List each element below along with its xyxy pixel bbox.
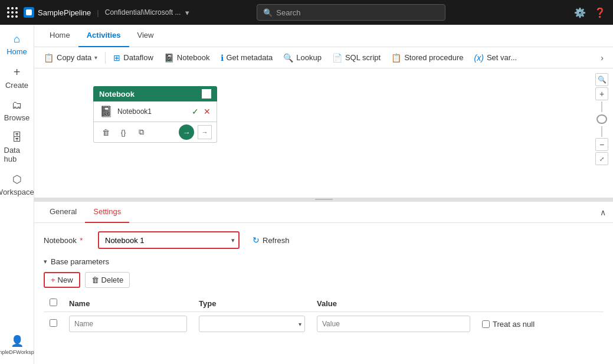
pipeline-canvas: Notebook ⤡ 📓 Notebook1 ✓ ✕ 🗑 {} ⧉ → → <box>34 68 613 198</box>
search-bar[interactable]: 🔍 <box>257 4 445 21</box>
settings-button[interactable]: ⚙️ <box>574 7 586 18</box>
sidebar-item-home[interactable]: ⌂ Home <box>2 29 32 60</box>
toolbar-set-variable[interactable]: (x) Set var... <box>470 51 522 65</box>
toolbar-stored-procedure[interactable]: 📋 Stored procedure <box>386 51 468 65</box>
nav-tabs: Home Activities View <box>34 25 613 47</box>
col-header-name: Name <box>63 295 193 312</box>
sidebar-item-workspaces[interactable]: ⬡ Workspaces <box>2 169 32 200</box>
new-label: New <box>58 276 73 284</box>
delete-label: Delete <box>101 276 124 284</box>
toolbar-lookup[interactable]: 🔍 Lookup <box>278 51 326 65</box>
pipeline-icon <box>24 7 34 18</box>
pipeline-label: SamplePipeline | Confidential\Microsoft … <box>24 7 189 18</box>
stored-procedure-icon: 📋 <box>391 53 401 63</box>
sidebar-item-label: Home <box>6 47 27 56</box>
base-parameters-section: ▾ Base parameters + New 🗑 Delete <box>44 257 604 336</box>
base-params-label: Base parameters <box>51 257 109 266</box>
workspace-chevron-icon[interactable]: ▾ <box>185 8 189 17</box>
notebook-node-icon: 📓 <box>100 105 113 118</box>
tab-home[interactable]: Home <box>41 25 78 47</box>
zoom-slider-handle[interactable] <box>596 114 607 124</box>
topbar-actions: ⚙️ ❓ <box>574 7 606 18</box>
node-body: 📓 Notebook1 ✓ ✕ <box>93 101 217 122</box>
node-delete-btn[interactable]: 🗑 <box>99 125 113 139</box>
sidebar-item-data-hub[interactable]: 🗄 Data hub <box>2 128 32 167</box>
notebook-select[interactable]: Notebook 1 <box>98 231 240 249</box>
zoom-out-btn[interactable]: − <box>595 138 608 151</box>
dataflow-icon: ⊞ <box>113 53 120 63</box>
row-type-select-wrapper: String Int Bool Float ▾ <box>199 316 305 332</box>
toolbar-dataflow[interactable]: ⊞ Dataflow <box>109 51 158 65</box>
main-layout: ⌂ Home + Create 🗂 Browse 🗄 Data hub ⬡ Wo… <box>0 25 613 364</box>
toolbar-get-metadata[interactable]: ℹ Get metadata <box>216 51 278 65</box>
col-header-check <box>44 295 63 312</box>
get-metadata-icon: ℹ <box>221 53 224 63</box>
col-header-value: Value <box>311 295 476 312</box>
create-icon: + <box>14 65 21 79</box>
node-status-err-icon: ✕ <box>204 107 211 116</box>
data-hub-icon: 🗄 <box>12 132 22 144</box>
tab-general[interactable]: General <box>41 202 85 223</box>
bottom-tabs: General Settings ∧ <box>34 202 613 223</box>
workspaces-icon: ⬡ <box>12 173 22 186</box>
browse-icon: 🗂 <box>12 99 22 112</box>
new-parameter-button[interactable]: + New <box>44 272 80 288</box>
zoom-track-top <box>601 101 602 112</box>
table-row: String Int Bool Float ▾ <box>44 312 604 336</box>
params-actions: + New 🗑 Delete <box>44 272 604 288</box>
row-value-cell <box>311 312 476 336</box>
toolbar: 📋 Copy data ▾ ⊞ Dataflow 📓 Notebook ℹ Ge… <box>34 47 613 68</box>
row-checkbox-cell <box>44 312 63 336</box>
refresh-label: Refresh <box>263 236 290 245</box>
toolbar-more[interactable]: › <box>596 51 608 65</box>
toolbar-notebook[interactable]: 📓 Notebook <box>159 51 215 65</box>
set-variable-icon: (x) <box>474 53 484 63</box>
notebook-icon: 📓 <box>164 53 174 63</box>
select-all-checkbox[interactable] <box>50 299 57 306</box>
treat-null-checkbox[interactable] <box>482 320 490 328</box>
lookup-icon: 🔍 <box>283 53 293 63</box>
tab-view[interactable]: View <box>129 25 162 47</box>
base-params-header[interactable]: ▾ Base parameters <box>44 257 604 266</box>
row-name-input[interactable] <box>69 316 187 332</box>
node-expand-icon[interactable]: ⤡ <box>202 89 211 99</box>
search-icon: 🔍 <box>263 8 273 17</box>
tab-settings[interactable]: Settings <box>85 202 129 223</box>
row-type-select[interactable]: String Int Bool Float <box>199 316 305 332</box>
node-header: Notebook ⤡ <box>93 86 217 101</box>
zoom-collapse-btn[interactable]: ⤢ <box>595 152 608 165</box>
row-checkbox[interactable] <box>50 319 57 327</box>
sample-workspace-icon: 👤 <box>11 335 24 347</box>
zoom-search-btn[interactable]: 🔍 <box>595 73 608 86</box>
node-right-expand-btn[interactable]: → <box>198 125 212 139</box>
sidebar-item-create[interactable]: + Create <box>2 62 32 93</box>
help-button[interactable]: ❓ <box>594 7 606 18</box>
refresh-button[interactable]: ↻ Refresh <box>247 233 296 247</box>
toolbar-sql-script[interactable]: 📄 SQL script <box>327 51 385 65</box>
topbar: SamplePipeline | Confidential\Microsoft … <box>0 0 613 25</box>
sidebar-item-label: Data hub <box>4 146 30 163</box>
notebook-form-row: Notebook * Notebook 1 ▾ ↻ Refresh <box>44 231 604 249</box>
required-marker: * <box>78 236 83 245</box>
row-name-cell <box>63 312 193 336</box>
col-header-type: Type <box>193 295 311 312</box>
tab-activities[interactable]: Activities <box>78 25 129 47</box>
home-icon: ⌂ <box>14 33 20 45</box>
more-icon: › <box>601 53 604 63</box>
content-area: Home Activities View 📋 Copy data ▾ ⊞ Dat… <box>34 25 613 364</box>
panel-collapse-btn[interactable]: ∧ <box>600 208 606 217</box>
node-copy-btn[interactable]: ⧉ <box>134 125 148 139</box>
toolbar-copy-data[interactable]: 📋 Copy data ▾ <box>39 51 102 65</box>
node-arrow-btn[interactable]: → <box>179 124 194 140</box>
svg-rect-0 <box>26 9 32 15</box>
zoom-in-btn[interactable]: + <box>595 87 608 100</box>
row-value-input[interactable] <box>317 316 470 332</box>
sidebar-item-browse[interactable]: 🗂 Browse <box>2 96 32 126</box>
delete-parameter-button[interactable]: 🗑 Delete <box>85 272 130 288</box>
notebook-node: Notebook ⤡ 📓 Notebook1 ✓ ✕ 🗑 {} ⧉ → → <box>93 86 217 143</box>
sidebar-item-sample-workspace[interactable]: 👤 SampleDFWorkspace <box>2 331 32 359</box>
node-code-btn[interactable]: {} <box>116 125 130 139</box>
search-input[interactable] <box>276 8 439 17</box>
refresh-icon: ↻ <box>253 235 260 245</box>
apps-icon[interactable] <box>7 7 18 18</box>
